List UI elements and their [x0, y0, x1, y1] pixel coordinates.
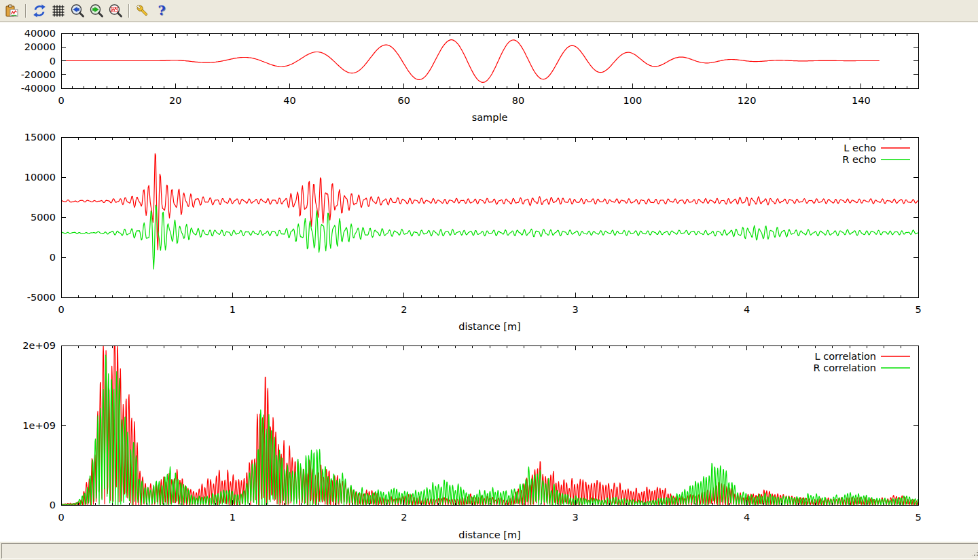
svg-text:100: 100	[623, 95, 642, 106]
zoom-previous-icon	[70, 3, 85, 18]
zoom-next-button[interactable]	[87, 2, 106, 20]
series-r-echo	[61, 205, 918, 269]
svg-text:1: 1	[230, 304, 236, 315]
svg-text:40000: 40000	[24, 28, 56, 39]
grid-icon	[51, 3, 66, 18]
help-question-icon: ? ?	[154, 3, 169, 18]
svg-text:140: 140	[852, 95, 871, 106]
svg-text:L echo: L echo	[844, 143, 876, 153]
svg-text:-40000: -40000	[21, 83, 56, 94]
svg-text:?: ?	[158, 3, 165, 18]
replot-button[interactable]	[30, 2, 49, 20]
svg-text:3: 3	[573, 512, 579, 523]
status-bar	[1, 543, 978, 559]
autoscale-plot-icon	[108, 3, 123, 18]
plot-frame	[61, 137, 918, 297]
svg-text:0: 0	[50, 56, 56, 67]
svg-text:20: 20	[169, 95, 181, 106]
svg-text:20000: 20000	[24, 41, 56, 52]
svg-text:15000: 15000	[24, 132, 56, 143]
copy-to-clipboard-button[interactable]	[3, 2, 22, 20]
toolbar: ? ?	[0, 0, 978, 22]
autoscale-button[interactable]	[106, 2, 125, 20]
svg-text:2e+09: 2e+09	[22, 340, 56, 351]
zoom-next-icon	[89, 3, 104, 18]
svg-text:5: 5	[915, 304, 921, 315]
series-group	[61, 153, 918, 269]
svg-text:-20000: -20000	[21, 69, 56, 80]
svg-text:120: 120	[738, 95, 757, 106]
svg-text:80: 80	[512, 95, 524, 106]
svg-text:0: 0	[50, 500, 56, 510]
svg-text:2: 2	[401, 304, 407, 315]
copy-plot-icon	[5, 3, 20, 18]
svg-text:4: 4	[744, 304, 750, 315]
toggle-grid-button[interactable]	[49, 2, 68, 20]
svg-text:5: 5	[915, 512, 921, 523]
svg-text:-5000: -5000	[27, 292, 56, 303]
plot-frame	[61, 346, 918, 505]
series-group	[61, 40, 880, 83]
svg-text:R correlation: R correlation	[814, 362, 877, 373]
svg-text:3: 3	[573, 304, 579, 315]
series-r-correlation	[61, 355, 918, 505]
zoom-previous-button[interactable]	[68, 2, 87, 20]
plot-canvas[interactable]: 020406080100120140-40000-200000200004000…	[0, 22, 978, 542]
svg-text:sample: sample	[472, 112, 508, 123]
plots-svg: 020406080100120140-40000-200000200004000…	[0, 22, 978, 542]
svg-text:1e+09: 1e+09	[22, 420, 56, 431]
svg-text:4: 4	[744, 512, 750, 523]
svg-text:5000: 5000	[31, 212, 56, 223]
svg-text:L correlation: L correlation	[815, 351, 877, 362]
series-l-correlation	[61, 346, 918, 505]
toolbar-separator	[128, 4, 130, 18]
svg-text:distance [m]: distance [m]	[458, 529, 521, 540]
svg-text:40: 40	[283, 95, 295, 106]
svg-text:distance [m]: distance [m]	[458, 321, 521, 332]
svg-text:10000: 10000	[24, 172, 56, 183]
svg-text:0: 0	[58, 304, 64, 315]
toolbar-separator	[25, 4, 26, 18]
replot-refresh-icon	[32, 3, 47, 18]
series-group	[61, 346, 918, 505]
svg-text:1: 1	[230, 512, 236, 523]
svg-text:0: 0	[50, 252, 56, 263]
svg-text:0: 0	[58, 512, 64, 523]
svg-text:60: 60	[398, 95, 410, 106]
svg-text:2: 2	[401, 512, 407, 523]
wrench-icon	[135, 3, 150, 18]
series-pulse	[61, 40, 880, 83]
gnuplot-window: { "window": { "background": "#ece9dd", "…	[0, 0, 978, 560]
configure-button[interactable]	[133, 2, 152, 20]
svg-text:0: 0	[58, 95, 64, 106]
svg-text:R echo: R echo	[842, 154, 876, 165]
help-button[interactable]: ? ?	[152, 2, 171, 20]
resize-grip[interactable]	[971, 548, 978, 557]
